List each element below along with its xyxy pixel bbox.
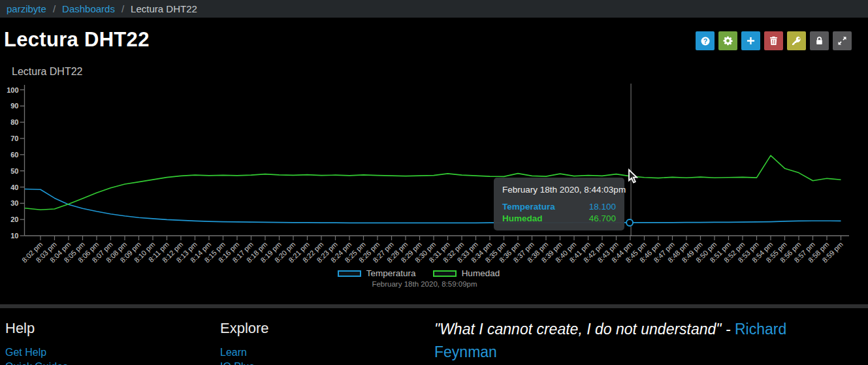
- svg-text:8:45 pm: 8:45 pm: [624, 240, 648, 264]
- help-button[interactable]: ?: [696, 31, 715, 50]
- svg-text:8:56 pm: 8:56 pm: [779, 240, 803, 264]
- svg-text:8:34 pm: 8:34 pm: [470, 240, 494, 264]
- svg-text:8:13 pm: 8:13 pm: [174, 240, 199, 264]
- svg-text:8:16 pm: 8:16 pm: [217, 240, 241, 264]
- keys-button[interactable]: [787, 31, 806, 50]
- breadcrumb-dashboards-link[interactable]: Dashboards: [62, 3, 115, 14]
- svg-text:8:55 pm: 8:55 pm: [764, 240, 788, 264]
- svg-text:8:32 pm: 8:32 pm: [442, 240, 466, 264]
- svg-text:8:20 pm: 8:20 pm: [273, 240, 297, 264]
- breadcrumb: parzibyte/Dashboards/Lectura DHT22: [0, 0, 868, 18]
- question-icon: ?: [700, 36, 711, 46]
- tooltip-series-label: Temperatura: [502, 201, 555, 213]
- tooltip-series-label: Humedad: [502, 213, 543, 225]
- svg-text:8:15 pm: 8:15 pm: [202, 240, 227, 264]
- footer-link-quick-guides[interactable]: Quick Guides: [5, 360, 201, 365]
- svg-text:8:38 pm: 8:38 pm: [526, 240, 550, 264]
- svg-text:8:46 pm: 8:46 pm: [638, 240, 662, 264]
- footer-help-heading: Help: [5, 320, 201, 337]
- breadcrumb-current-page: Lectura DHT22: [131, 3, 197, 14]
- svg-text:80: 80: [10, 118, 18, 126]
- breadcrumb-separator: /: [53, 3, 56, 14]
- svg-text:8:42 pm: 8:42 pm: [582, 240, 606, 264]
- svg-text:8:53 pm: 8:53 pm: [736, 240, 760, 264]
- tooltip-timestamp: February 18th 2020, 8:44:03pm: [502, 185, 616, 195]
- svg-text:8:49 pm: 8:49 pm: [680, 240, 704, 264]
- svg-text:8:06 pm: 8:06 pm: [76, 240, 101, 264]
- svg-text:8:04 pm: 8:04 pm: [48, 240, 72, 264]
- footer-help-column: Help Get Help Quick Guides: [5, 316, 201, 365]
- svg-text:8:08 pm: 8:08 pm: [104, 240, 129, 264]
- svg-text:8:51 pm: 8:51 pm: [708, 240, 732, 264]
- svg-text:8:21 pm: 8:21 pm: [287, 240, 311, 264]
- settings-button[interactable]: [718, 31, 737, 50]
- lock-icon: [814, 36, 824, 46]
- svg-text:8:54 pm: 8:54 pm: [750, 240, 775, 264]
- svg-text:8:22 pm: 8:22 pm: [301, 240, 325, 264]
- svg-text:70: 70: [10, 135, 18, 142]
- svg-text:8:35 pm: 8:35 pm: [483, 240, 507, 264]
- footer-link-io-plus[interactable]: IO Plus: [220, 360, 416, 365]
- svg-text:8:52 pm: 8:52 pm: [722, 240, 747, 264]
- svg-text:?: ?: [703, 37, 707, 45]
- delete-button[interactable]: [764, 31, 783, 50]
- svg-text:30: 30: [10, 199, 18, 207]
- svg-text:8:39 pm: 8:39 pm: [539, 240, 564, 264]
- svg-text:8:18 pm: 8:18 pm: [245, 240, 269, 264]
- svg-text:8:43 pm: 8:43 pm: [596, 240, 620, 264]
- chart-legend: Temperatura Humedad: [0, 268, 849, 278]
- tooltip-series-value: 18.100: [589, 201, 616, 213]
- svg-text:40: 40: [10, 183, 18, 191]
- footer-link-get-help[interactable]: Get Help: [5, 345, 201, 360]
- dashboard-toolbar: ?: [696, 31, 852, 50]
- legend-swatch-temperatura: [338, 270, 361, 277]
- svg-text:8:11 pm: 8:11 pm: [147, 240, 170, 264]
- svg-text:8:03 pm: 8:03 pm: [34, 240, 58, 264]
- svg-text:8:37 pm: 8:37 pm: [511, 240, 536, 264]
- svg-text:50: 50: [10, 167, 18, 175]
- svg-text:8:10 pm: 8:10 pm: [133, 240, 157, 264]
- mouse-cursor: [628, 168, 645, 188]
- svg-text:8:09 pm: 8:09 pm: [118, 240, 142, 264]
- svg-text:8:17 pm: 8:17 pm: [231, 240, 255, 264]
- svg-text:8:19 pm: 8:19 pm: [259, 240, 283, 264]
- footer-divider: [0, 304, 868, 308]
- svg-text:60: 60: [10, 151, 18, 159]
- legend-swatch-humedad: [433, 270, 457, 277]
- privacy-button[interactable]: [810, 31, 829, 50]
- svg-text:10: 10: [10, 232, 18, 240]
- key-icon: [792, 36, 801, 46]
- svg-text:8:41 pm: 8:41 pm: [568, 240, 592, 264]
- plus-icon: [746, 36, 756, 46]
- tooltip-series-value: 46.700: [589, 213, 616, 225]
- svg-text:20: 20: [10, 215, 18, 223]
- fullscreen-button[interactable]: [833, 31, 852, 50]
- add-block-button[interactable]: [741, 31, 760, 50]
- svg-text:8:59 pm: 8:59 pm: [820, 240, 844, 264]
- legend-label-humedad: Humedad: [462, 268, 500, 278]
- svg-text:8:47 pm: 8:47 pm: [652, 240, 676, 264]
- svg-text:8:25 pm: 8:25 pm: [343, 240, 367, 264]
- quote-text: "What I cannot create, I do not understa…: [434, 321, 735, 338]
- legend-label-temperatura: Temperatura: [366, 268, 416, 278]
- trash-icon: [769, 36, 779, 46]
- footer-explore-heading: Explore: [220, 320, 416, 337]
- gear-icon: [723, 36, 733, 46]
- breadcrumb-user-link[interactable]: parzibyte: [7, 3, 46, 14]
- svg-text:8:23 pm: 8:23 pm: [315, 240, 339, 264]
- svg-text:8:07 pm: 8:07 pm: [90, 240, 114, 264]
- svg-text:8:31 pm: 8:31 pm: [427, 240, 451, 264]
- svg-text:8:26 pm: 8:26 pm: [357, 240, 381, 264]
- svg-text:8:40 pm: 8:40 pm: [554, 240, 578, 264]
- svg-text:8:36 pm: 8:36 pm: [498, 240, 522, 264]
- tooltip-row-temperatura: Temperatura 18.100: [502, 201, 616, 213]
- svg-text:8:30 pm: 8:30 pm: [413, 240, 438, 264]
- breadcrumb-separator: /: [121, 3, 124, 14]
- footer-link-learn[interactable]: Learn: [220, 345, 416, 360]
- chart-tooltip: February 18th 2020, 8:44:03pm Temperatur…: [494, 178, 624, 230]
- svg-text:8:50 pm: 8:50 pm: [694, 240, 718, 264]
- page-title: Lectura DHT22: [4, 27, 150, 52]
- footer-explore-column: Explore Learn IO Plus: [220, 316, 416, 365]
- expand-arrows-icon: [837, 36, 847, 46]
- chart-plot-area[interactable]: 1020304050607080901008:02 pm8:03 pm8:04 …: [0, 0, 868, 365]
